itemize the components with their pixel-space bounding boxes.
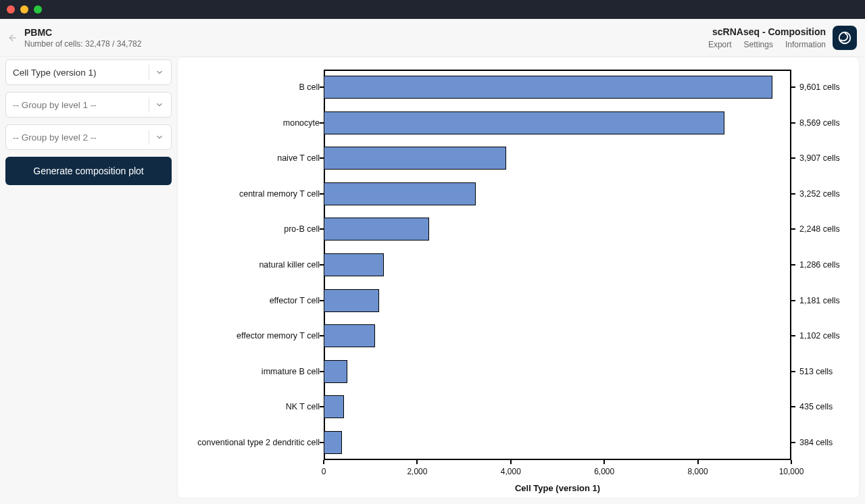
y-tick-right [791,406,795,407]
app-window: PBMC Number of cells: 32,478 / 34,782 sc… [0,0,865,504]
x-tick-label: 4,000 [501,467,521,476]
value-label: 9,601 cells [799,82,840,92]
select-divider [149,65,149,80]
value-label: 1,181 cells [799,296,840,305]
y-category-label: conventional type 2 dendritic cell [197,438,320,447]
value-label: 8,569 cells [799,118,840,128]
back-button[interactable] [5,30,20,45]
value-label: 384 cells [799,438,833,447]
logo-swirl-icon [837,30,852,45]
export-link[interactable]: Export [708,40,732,49]
header-right: scRNAseq - Composition Export Settings I… [708,26,826,49]
chevron-down-icon [155,132,164,142]
y-category-label: monocyte [283,118,320,128]
y-tick-right [791,371,795,372]
y-category-label: immature B cell [262,367,320,376]
x-tick [697,460,699,464]
information-link[interactable]: Information [785,40,826,49]
y-tick-right [791,300,795,301]
bar [324,431,342,454]
settings-link[interactable]: Settings [744,40,773,49]
y-tick-right [791,264,795,266]
select-divider [149,130,149,145]
y-tick-right [791,157,795,159]
arrow-left-icon [7,32,18,43]
x-tick-label: 6,000 [594,467,614,476]
value-label: 3,252 cells [799,189,840,199]
x-tick [791,460,792,464]
x-tick-label: 10,000 [779,467,804,476]
y-category-label: central memory T cell [239,189,320,199]
module-title: scRNAseq - Composition [712,26,826,37]
bar [324,395,344,418]
y-tick-right [791,442,795,443]
window-close-button[interactable] [7,5,15,14]
bar [324,289,379,312]
mac-titlebar [0,0,865,19]
x-tick-label: 8,000 [688,467,708,476]
page-title: PBMC [24,27,141,38]
group-level-1-select[interactable]: -- Group by level 1 -- [5,92,172,118]
y-category-label: pro-B cell [284,224,320,234]
window-minimize-button[interactable] [20,5,28,14]
x-tick-label: 0 [322,467,326,476]
y-tick-right [791,122,795,124]
bar [324,76,772,99]
y-tick-right [791,193,795,195]
y-tick-right [791,335,795,336]
bar [324,360,347,383]
title-block: PBMC Number of cells: 32,478 / 34,782 [24,27,141,49]
generate-plot-button[interactable]: Generate composition plot [5,157,172,185]
group-level-2-value: -- Group by level 2 -- [13,132,97,143]
chevron-down-icon [155,100,164,109]
group-level-2-select[interactable]: -- Group by level 2 -- [5,124,172,150]
bar [324,218,429,241]
value-label: 3,907 cells [799,153,840,163]
y-category-label: NK T cell [286,402,320,411]
x-tick-label: 2,000 [407,467,427,476]
bar [324,253,384,276]
y-tick-right [791,86,795,88]
y-tick-right [791,228,795,230]
app-logo [833,26,857,50]
header-links: Export Settings Information [708,40,826,49]
sidebar: Cell Type (version 1) -- Group by level … [5,57,172,499]
x-tick [323,460,324,464]
group-level-1-value: -- Group by level 1 -- [13,100,97,110]
x-axis-title: Cell Type (version 1) [324,483,791,493]
chevron-down-icon [155,68,164,77]
window-maximize-button[interactable] [34,5,42,14]
chart-panel: Cell Type (version 1) B cell9,601 cellsm… [177,57,860,499]
value-label: 1,286 cells [799,260,840,270]
bar [324,182,476,205]
y-category-label: effector memory T cell [237,331,320,341]
select-divider [149,97,149,112]
value-label: 2,248 cells [799,224,840,234]
value-label: 435 cells [799,402,833,411]
x-tick [416,460,418,464]
top-bar: PBMC Number of cells: 32,478 / 34,782 sc… [0,19,865,57]
y-category-label: natural killer cell [259,260,320,270]
value-label: 1,102 cells [799,331,840,341]
y-category-label: B cell [299,82,320,92]
x-tick [603,460,605,464]
cell-type-select[interactable]: Cell Type (version 1) [5,59,172,85]
value-label: 513 cells [799,367,833,376]
bar [324,324,375,347]
main-area: Cell Type (version 1) -- Group by level … [0,57,865,504]
y-category-label: naive T cell [277,153,320,163]
cell-type-select-value: Cell Type (version 1) [13,68,97,78]
bar [324,111,724,134]
x-tick [510,460,512,464]
bar [324,147,506,170]
cell-count-subtitle: Number of cells: 32,478 / 34,782 [24,39,141,49]
composition-bar-chart: Cell Type (version 1) B cell9,601 cellsm… [190,70,847,490]
y-category-label: effector T cell [270,296,320,305]
